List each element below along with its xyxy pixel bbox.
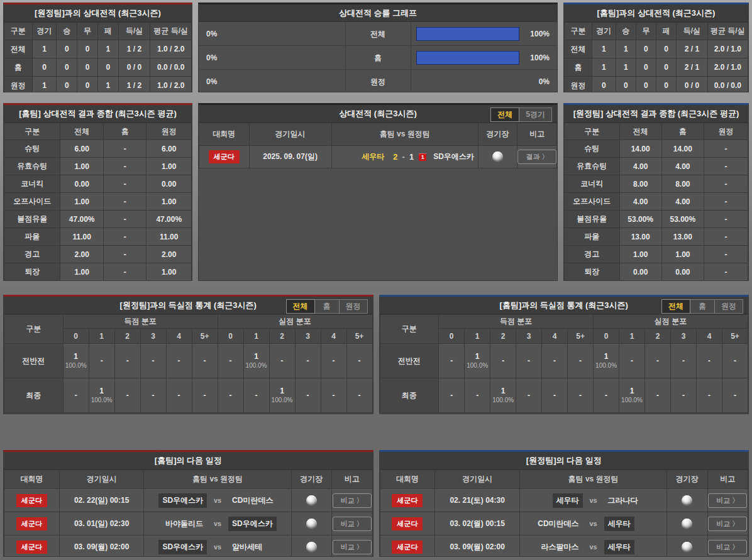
match-row: 세군다 2025. 09. 07(일) 세우타 2 - 1 xyxy=(199,146,557,168)
dist-cell: - xyxy=(140,344,166,378)
tab-all[interactable]: 전체 xyxy=(490,107,519,122)
match-list-table: 대회명 경기일시 홈팀 vs 원정팀 경기장 비고 세군다 2025. 09. … xyxy=(199,123,557,168)
winrate-bar-chart: 0% 전체 100% 0% xyxy=(199,22,557,92)
away-team-name: CD미란데스 xyxy=(228,493,277,508)
dist-cell: - xyxy=(645,344,671,378)
table-row: 유효슈팅 1.00 - 1.00 xyxy=(4,158,192,175)
top-row: [원정팀]과의 상대전적 (최근3시즌) 구분 경기 승 무 패 득/실 평균 … xyxy=(3,3,749,92)
stat-cell: - xyxy=(103,140,147,158)
stadium-icon[interactable] xyxy=(306,542,317,552)
stadium-icon[interactable] xyxy=(682,495,692,506)
stat-cell: 2.0 / 1.0 xyxy=(707,58,748,77)
col-header: 홈팀 vs 원정팀 xyxy=(331,123,478,146)
panel-title: [홈팀]의 다음 일정 xyxy=(4,452,373,469)
stat-cell: 1 xyxy=(592,40,616,58)
col-header: 0 xyxy=(594,329,619,344)
schedule-row-item: 세군다 02. 22(일) 00:15 SD우에스카 vs CD미란데스 비교 … xyxy=(4,489,373,512)
home-team-name: SD우에스카 xyxy=(158,493,207,508)
stadium-icon[interactable] xyxy=(492,151,503,162)
col-header: 5+ xyxy=(192,329,218,344)
col-header: 2 xyxy=(490,329,516,344)
col-header: 경기장 xyxy=(478,123,517,146)
right-bar-track xyxy=(416,51,520,65)
tab-all[interactable]: 전체 xyxy=(661,299,690,314)
action-cell: 비교 〉 xyxy=(707,489,748,512)
tab-home[interactable]: 홈 xyxy=(690,299,715,314)
row-label: 홈 xyxy=(4,58,33,77)
table-row: 전체 1 1 0 0 2 / 1 2.0 / 1.0 xyxy=(565,40,748,58)
away-result-summary-panel: [원정팀] 상대전적 결과 종합 (최근3시즌 평균) 구분 전체 홈 원정 슈… xyxy=(563,103,749,281)
stat-cell: 0 xyxy=(616,77,636,93)
dist-cell: - xyxy=(722,344,748,378)
table-row: 최종 - 1100.0% - - - - - - 1100.0% - - - xyxy=(4,378,373,413)
away-summary-table: 구분 전체 홈 원정 슈팅 14.00 14.00 - 유효슈팅 4.00 xyxy=(564,123,748,281)
compare-button[interactable]: 비교 〉 xyxy=(333,517,372,531)
goals-stats-vs-away-panel: [원정팀]과의 득실점 통계 (최근3시즌) 전체 홈 원정 구분 득점 분포 … xyxy=(3,295,373,414)
left-percent-label: 0% xyxy=(199,30,231,38)
result-button[interactable]: 결과 〉 xyxy=(517,150,556,164)
tab-all[interactable]: 전체 xyxy=(286,299,315,314)
stat-cell: 0 xyxy=(77,40,98,58)
stat-cell: 4.00 xyxy=(661,158,704,175)
stadium-icon[interactable] xyxy=(306,495,317,506)
panel-title: [원정팀] 상대전적 결과 종합 (최근3시즌 평균) xyxy=(564,105,748,123)
stadium-cell xyxy=(478,146,517,168)
compare-button[interactable]: 비교 〉 xyxy=(708,493,747,508)
table-row: 홈 0 0 0 0 0 / 0 0.0 / 0.0 xyxy=(4,58,192,77)
dist-cell: 1100.0% xyxy=(63,344,89,378)
dist-cell: - xyxy=(346,344,372,378)
table-row: 원정 0 0 0 0 0 / 0 0.0 / 0.0 xyxy=(565,77,748,93)
table-row: 유효슈팅 4.00 4.00 - xyxy=(565,158,748,175)
dist-cell: - xyxy=(346,378,372,413)
action-cell: 결과 〉 xyxy=(517,146,557,168)
stadium-icon[interactable] xyxy=(682,542,692,552)
col-header: 승 xyxy=(57,23,77,40)
tab-home[interactable]: 홈 xyxy=(314,299,340,314)
compare-button[interactable]: 비교 〉 xyxy=(708,540,747,554)
tab-away[interactable]: 원정 xyxy=(714,299,743,314)
col-header: 2 xyxy=(114,329,140,344)
stat-cell: 2 / 1 xyxy=(677,58,708,77)
vs-label: vs xyxy=(207,520,228,527)
col-header: 무 xyxy=(636,23,656,40)
stat-cell: 1.0 / 2.0 xyxy=(150,40,192,58)
tab-away[interactable]: 원정 xyxy=(339,299,368,314)
match-date: 03. 09(월) 02:00 xyxy=(59,535,144,557)
winrate-graph-panel: 상대전적 승률 그래프 0% 전체 100% xyxy=(198,3,558,92)
row-label: 퇴장 xyxy=(565,263,620,281)
table-row: 코너킥 0.00 - 0.00 xyxy=(4,175,192,193)
panel-title-bar: [홈팀]과의 득실점 통계 (최근3시즌) 전체 홈 원정 xyxy=(380,297,749,314)
league-badge: 세군다 xyxy=(16,517,47,530)
compare-button[interactable]: 비교 〉 xyxy=(333,493,372,508)
away-team-name: 그라나다 xyxy=(604,493,642,508)
stadium-icon[interactable] xyxy=(682,519,692,529)
stat-cell: 47.00% xyxy=(147,211,192,228)
dist-cell: - xyxy=(568,378,594,413)
stat-cell: - xyxy=(704,158,748,175)
compare-button[interactable]: 비교 〉 xyxy=(333,540,372,554)
home-score: 2 xyxy=(393,152,397,162)
right-bar xyxy=(416,51,520,65)
panel-title-bar: [원정팀]과의 득실점 통계 (최근3시즌) 전체 홈 원정 xyxy=(4,297,373,314)
col-header: 원정 xyxy=(147,123,192,140)
col-header: 패 xyxy=(656,23,676,40)
stat-cell: 1.00 xyxy=(60,263,104,281)
stat-cell: 0 xyxy=(57,40,77,58)
dist-cell: 1100.0% xyxy=(243,344,269,378)
col-header: 무 xyxy=(77,23,98,40)
graph-category-label: 원정 xyxy=(345,70,411,92)
home-schedule-panel: [홈팀]의 다음 일정 대회명 경기일시 홈팀 vs 원정팀 경기장 비고 세군… xyxy=(3,450,373,557)
table-row: 최종 - - 1100.0% - - - - 1100.0% - - - - xyxy=(380,378,748,413)
dist-cell: - xyxy=(722,378,748,413)
stadium-icon[interactable] xyxy=(306,519,317,529)
col-header: 5+ xyxy=(568,329,594,344)
compare-button[interactable]: 비교 〉 xyxy=(708,517,747,531)
col-header: 4 xyxy=(321,329,346,344)
col-header: 홈 xyxy=(661,123,704,140)
right-percent-label: 100% xyxy=(524,53,557,62)
tab-5games[interactable]: 5경기 xyxy=(519,107,552,122)
stat-cell: 1.00 xyxy=(147,193,192,211)
row-label: 경고 xyxy=(4,246,60,263)
col-header: 대회명 xyxy=(4,470,60,489)
graph-left-half: 0% xyxy=(199,70,345,92)
